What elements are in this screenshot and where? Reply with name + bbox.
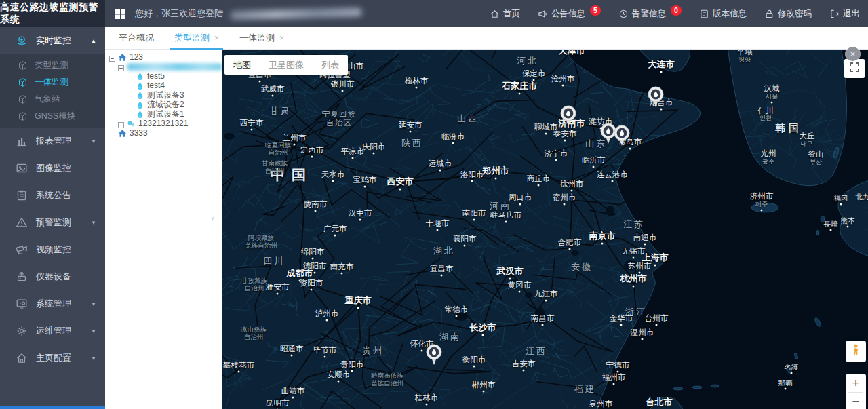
map-close-button[interactable]: × xyxy=(846,47,860,61)
sidebar-subitem-gnss-module[interactable]: GNSS模块 xyxy=(0,108,105,125)
notification-badge: 0 xyxy=(671,5,682,16)
nav-announcements[interactable]: 公告信息5 xyxy=(538,8,601,20)
nav-change-password[interactable]: 修改密码 xyxy=(764,8,812,20)
tab-label: 一体监测 xyxy=(239,32,275,44)
sidebar-item-ops-management[interactable]: 运维管理▼ xyxy=(0,317,105,345)
tab-close-icon[interactable]: × xyxy=(279,33,284,43)
pegman-control[interactable] xyxy=(846,341,866,362)
dome-camera-icon xyxy=(16,35,28,47)
sidebar-subitem-label: GNSS模块 xyxy=(35,111,75,122)
device-marker-1[interactable] xyxy=(559,105,578,127)
tab-1[interactable]: 平台概况 xyxy=(119,27,154,50)
tree-node-label: test5 xyxy=(147,71,165,81)
cube-icon xyxy=(18,60,28,71)
device-marker-4[interactable] xyxy=(612,125,631,147)
nav-label: 修改密码 xyxy=(778,8,812,20)
sidebar-item-label: 报表管理 xyxy=(36,135,71,147)
zoom-controls: + − xyxy=(846,374,866,409)
map-container: 中国韩国甘肃宁夏回族 自治区陕西山西河北山东河南湖北湖南四川贵州江西安徽江苏浙江… xyxy=(222,50,868,409)
sidebar-item-warning-monitor[interactable]: 预警监测▼ xyxy=(0,209,105,236)
zoom-out-button[interactable]: − xyxy=(846,393,866,409)
sidebar-subitem-type-monitor[interactable]: 类型监测 xyxy=(0,57,105,74)
picture-icon xyxy=(16,162,28,174)
fullscreen-button[interactable] xyxy=(844,59,865,78)
sidebar-item-realtime-monitor[interactable]: 实时监控▲ xyxy=(0,27,105,54)
tree-node[interactable]: 123 xyxy=(105,52,222,62)
map-type-button-1[interactable]: 地图 xyxy=(224,55,260,75)
nav-label: 退出 xyxy=(843,8,860,20)
map-canvas[interactable]: 中国韩国甘肃宁夏回族 自治区陕西山西河北山东河南湖北湖南四川贵州江西安徽江苏浙江… xyxy=(222,50,868,409)
sidebar-item-label: 系统管理 xyxy=(36,298,71,310)
device-marker-2[interactable] xyxy=(646,86,665,108)
map-type-button-3[interactable]: 列表 xyxy=(313,55,348,75)
notification-badge: 5 xyxy=(590,5,601,16)
sidebar-subitem-integrated-monitor[interactable]: 一体监测 xyxy=(0,74,105,91)
cube-icon xyxy=(18,94,28,104)
tree-node-label: 3333 xyxy=(130,128,148,138)
water-drop-icon xyxy=(136,100,144,109)
nav-version-info[interactable]: 版本信息 xyxy=(699,8,747,20)
megaphone-icon xyxy=(538,9,548,19)
sidebar-item-video-monitor[interactable]: 视频监控 xyxy=(0,236,105,263)
tab-label: 类型监测 xyxy=(174,32,210,44)
sidebar-subitem-label: 气象站 xyxy=(35,94,60,105)
chevron-up-icon: ▲ xyxy=(91,38,96,44)
apps-grid-icon[interactable] xyxy=(115,8,126,20)
nav-alerts[interactable]: 告警信息0 xyxy=(618,8,682,20)
tree-node-censored[interactable] xyxy=(105,62,222,71)
sidebar-item-label: 图像监控 xyxy=(36,162,71,174)
cube-icon xyxy=(18,77,28,87)
tree-node[interactable]: 3333 xyxy=(105,128,222,138)
sidebar-item-label: 仪器设备 xyxy=(36,271,71,283)
tab-2[interactable]: 类型监测× xyxy=(174,27,219,50)
sidebar-item-label: 运维管理 xyxy=(36,325,71,337)
sidebar-item-instrument-device[interactable]: 仪器设备 xyxy=(0,263,105,290)
sidebar-item-system-announcement[interactable]: 系统公告 xyxy=(0,182,105,209)
clipboard-icon xyxy=(16,189,28,201)
tab-bar: 平台概况类型监测×一体监测× xyxy=(105,27,868,50)
device-tree-panel: 123test5test4测试设备3流域设备2测试设备1123213213213… xyxy=(105,50,222,409)
device-marker-5[interactable] xyxy=(425,344,443,366)
tree-node[interactable]: test5 xyxy=(105,71,222,81)
sidebar-subitem-label: 一体监测 xyxy=(35,77,68,88)
tab-3[interactable]: 一体监测× xyxy=(239,27,284,50)
greeting-text: 您好，张三欢迎您登陆 xyxy=(135,7,223,20)
home-node-icon xyxy=(118,129,127,138)
water-drop-icon xyxy=(136,81,144,90)
panel-collapse-handle[interactable]: ‹ xyxy=(208,203,218,233)
sidebar-item-label: 系统公告 xyxy=(36,189,71,201)
tree-node[interactable]: 12321321321 xyxy=(105,119,222,128)
water-drop-icon xyxy=(136,72,144,81)
sidebar-item-image-monitor[interactable]: 图像监控 xyxy=(0,155,105,182)
logout-icon xyxy=(829,9,840,19)
nav-home[interactable]: 首页 xyxy=(490,8,520,20)
footer-strip xyxy=(0,406,105,409)
header-nav: 首页公告信息5告警信息0版本信息修改密码退出 xyxy=(490,8,860,20)
sidebar-item-homepage-config[interactable]: 主页配置▼ xyxy=(0,345,105,372)
sidebar-item-label: 实时监控 xyxy=(36,35,71,47)
tab-close-icon[interactable]: × xyxy=(214,33,219,43)
censored-username xyxy=(230,7,362,20)
water-drop-icon xyxy=(136,91,144,100)
tree-expand-icon[interactable] xyxy=(118,121,124,127)
alarm-icon xyxy=(618,9,629,19)
tree-collapse-icon[interactable] xyxy=(118,64,124,70)
sidebar-item-system-management[interactable]: 系统管理▼ xyxy=(0,290,105,317)
map-base-layer xyxy=(222,50,868,409)
lock-icon xyxy=(764,9,774,19)
fullscreen-icon xyxy=(850,62,859,75)
sidebar-subitem-weather-station[interactable]: 气象站 xyxy=(0,91,105,108)
cube-icon xyxy=(18,111,28,121)
chevron-down-icon: ▼ xyxy=(91,328,96,334)
tree-collapse-icon[interactable] xyxy=(109,54,115,60)
monitor-gear-icon xyxy=(16,298,28,310)
map-type-button-2[interactable]: 卫星图像 xyxy=(260,55,313,75)
app-title: 高速公路边坡监测预警系统 xyxy=(0,0,105,27)
chevron-down-icon: ▼ xyxy=(91,138,96,144)
sidebar-subitem-label: 类型监测 xyxy=(35,60,68,71)
zoom-in-button[interactable]: + xyxy=(846,374,866,392)
nav-logout[interactable]: 退出 xyxy=(829,8,860,20)
tree-node[interactable]: 测试设备1 xyxy=(105,109,222,119)
sidebar-item-report-management[interactable]: 报表管理▼ xyxy=(0,128,105,155)
warning-triangle-icon xyxy=(16,216,28,229)
